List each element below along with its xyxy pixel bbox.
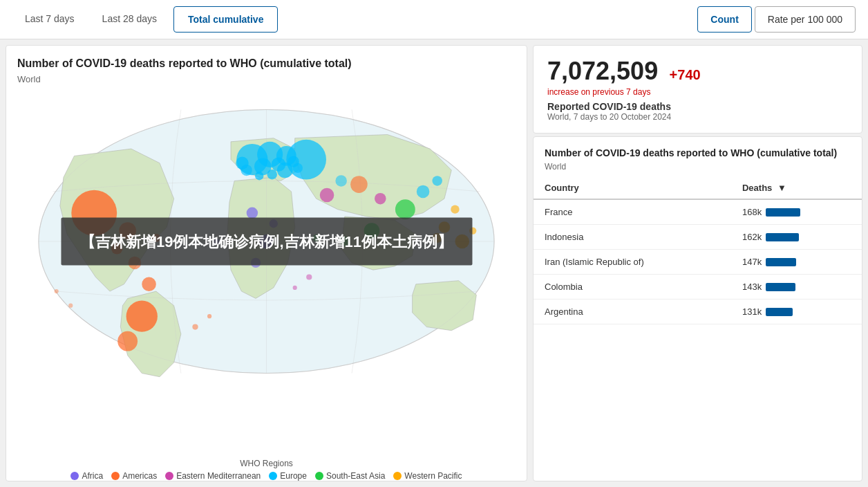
table-card-title: Number of COVID-19 deaths reported to WH… — [534, 137, 862, 162]
table-row: Iran (Islamic Republic of)147k — [534, 250, 862, 275]
time-tab-group: Last 7 days Last 28 days Total cumulativ… — [11, 0, 281, 39]
legend-americas: Americas — [111, 471, 157, 481]
table-scroll[interactable]: Country Deaths ▼ France168kIndonesia162k… — [534, 177, 862, 481]
svg-point-28 — [417, 185, 430, 198]
svg-point-40 — [451, 205, 459, 213]
legend: WHO Regions Africa Americas Eastern Medi… — [6, 459, 527, 481]
deaths-bar — [766, 283, 795, 291]
svg-point-12 — [255, 172, 263, 180]
europe-dot — [269, 472, 277, 480]
deaths-value: 147k — [742, 257, 762, 267]
deaths-bar — [766, 258, 796, 266]
stats-number: 7,072,509 — [547, 57, 658, 85]
stats-increase-label: increase on previous 7 days — [547, 87, 848, 97]
cell-country: Colombia — [534, 275, 731, 300]
legend-wpac: Western Pacific — [393, 471, 462, 481]
africa-dot — [70, 472, 79, 480]
table-card-subtitle: World — [534, 162, 862, 177]
table-row: Argentina131k — [534, 300, 862, 324]
table-row: France168k — [534, 199, 862, 225]
deaths-value: 131k — [742, 306, 762, 317]
wpac-dot — [393, 472, 402, 480]
cell-deaths: 162k — [731, 225, 862, 250]
sort-arrow: ▼ — [777, 183, 786, 193]
svg-point-26 — [375, 193, 386, 204]
legend-eastern-med: Eastern Mediterranean — [165, 471, 261, 481]
left-panel: Number of COVID-19 deaths reported to WH… — [6, 45, 527, 481]
deaths-bar — [766, 308, 793, 316]
sea-label: South-East Asia — [326, 471, 385, 481]
svg-point-45 — [306, 274, 312, 279]
svg-point-21 — [142, 277, 156, 291]
sea-dot — [315, 472, 323, 480]
svg-point-48 — [68, 303, 73, 307]
deaths-bar — [766, 208, 800, 217]
svg-point-16 — [240, 165, 252, 176]
americas-label: Americas — [122, 471, 157, 481]
stats-delta: +740 — [670, 67, 701, 82]
tab-last-28-days[interactable]: Last 28 days — [88, 0, 171, 39]
deaths-value: 162k — [742, 232, 762, 242]
main-content: Number of COVID-19 deaths reported to WH… — [0, 39, 868, 487]
rate-tab-group: Count Rate per 100 000 — [696, 6, 857, 33]
africa-label: Africa — [82, 471, 103, 481]
overlay-banner: 【吉林新增19例本地确诊病例,吉林新增11例本土病例】 — [61, 217, 472, 265]
legend-africa: Africa — [70, 471, 103, 481]
tab-last-7-days[interactable]: Last 7 days — [11, 0, 88, 39]
right-panel: 7,072,509 +740 increase on previous 7 da… — [530, 39, 868, 487]
deaths-bar — [766, 233, 799, 241]
cell-country: Argentina — [534, 300, 731, 324]
col-country[interactable]: Country — [534, 177, 731, 199]
svg-point-27 — [395, 199, 415, 219]
cell-deaths: 143k — [731, 275, 862, 300]
svg-point-11 — [267, 169, 277, 179]
tab-count[interactable]: Count — [697, 6, 751, 33]
svg-point-46 — [293, 286, 297, 290]
chart-title: Number of COVID-19 deaths reported to WH… — [17, 57, 363, 71]
tab-total-cumulative[interactable]: Total cumulative — [173, 6, 278, 33]
legend-sea: South-East Asia — [315, 471, 385, 481]
table-row: Colombia143k — [534, 275, 862, 300]
cell-country: Iran (Islamic Republic of) — [534, 250, 731, 275]
col-deaths[interactable]: Deaths ▼ — [731, 177, 862, 199]
legend-europe: Europe — [269, 471, 307, 481]
europe-label: Europe — [280, 471, 307, 481]
svg-point-20 — [117, 331, 138, 351]
svg-point-30 — [320, 188, 334, 203]
cell-deaths: 168k — [731, 199, 862, 225]
cell-country: France — [534, 199, 731, 225]
svg-point-44 — [207, 314, 211, 318]
table-row: Indonesia162k — [534, 225, 862, 250]
deaths-value: 168k — [742, 207, 762, 217]
stats-card: 7,072,509 +740 increase on previous 7 da… — [533, 45, 862, 134]
svg-point-49 — [55, 289, 59, 293]
cell-deaths: 147k — [731, 250, 862, 275]
deaths-table: Country Deaths ▼ France168kIndonesia162k… — [534, 177, 862, 324]
svg-point-31 — [335, 175, 346, 186]
svg-point-25 — [350, 176, 368, 193]
eastern-med-label: Eastern Mediterranean — [176, 471, 261, 481]
eastern-med-dot — [165, 472, 173, 480]
tab-rate-per-100000[interactable]: Rate per 100 000 — [755, 6, 856, 33]
wpac-label: Western Pacific — [404, 471, 462, 481]
svg-point-43 — [192, 324, 198, 329]
svg-point-29 — [432, 176, 442, 185]
stats-label: Reported COVID-19 deaths — [547, 101, 848, 112]
svg-point-19 — [126, 300, 158, 331]
deaths-value: 143k — [742, 282, 762, 292]
legend-title: WHO Regions — [6, 459, 527, 468]
map-container: 【吉林新增19例本地确诊病例,吉林新增11例本土病例】 — [17, 93, 516, 390]
americas-dot — [111, 472, 120, 480]
cell-country: Indonesia — [534, 225, 731, 250]
tab-bar: Last 7 days Last 28 days Total cumulativ… — [0, 0, 868, 39]
legend-items: Africa Americas Eastern Mediterranean Eu… — [6, 471, 527, 481]
stats-sublabel: World, 7 days to 20 October 2024 — [547, 112, 848, 122]
chart-subtitle: World — [17, 74, 516, 84]
svg-point-15 — [286, 140, 326, 180]
table-card: Number of COVID-19 deaths reported to WH… — [533, 136, 862, 481]
cell-deaths: 131k — [731, 300, 862, 324]
